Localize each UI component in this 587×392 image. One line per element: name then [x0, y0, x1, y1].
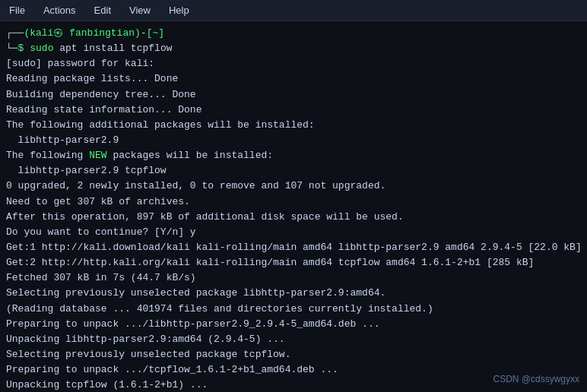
watermark: CSDN @cdssywgyxx [493, 374, 579, 384]
output-line-1: Reading package lists... Done [6, 71, 581, 87]
output-line-8: 0 upgraded, 2 newly installed, 0 to remo… [6, 179, 581, 194]
output-line-2: Building dependency tree... Done [6, 87, 581, 103]
output-line-5: libhttp-parser2.9 [6, 133, 581, 148]
output-line-19: Selecting previously unselected package … [6, 347, 581, 362]
menu-view[interactable]: View [126, 3, 154, 17]
output-line-17: Preparing to unpack .../libhttp-parser2.… [6, 317, 581, 332]
output-line-4: The following additional packages will b… [6, 118, 581, 133]
menu-file[interactable]: File [6, 3, 28, 17]
output-line-10: After this operation, 897 kB of addition… [6, 210, 581, 225]
output-line-13: Get:2 http://http.kali.org/kali kali-rol… [6, 255, 581, 270]
output-line-0: [sudo] password for kali: [6, 56, 581, 71]
menu-help[interactable]: Help [166, 3, 192, 17]
prompt-line: ┌──(kali㉿ fanbingtian)-[~] └─$ sudo apt … [6, 26, 581, 56]
menu-actions[interactable]: Actions [40, 3, 79, 17]
output-line-14: Fetched 307 kB in 7s (44.7 kB/s) [6, 270, 581, 286]
output-line-11: Do you want to continue? [Y/n] y [6, 225, 581, 240]
output-line-15: Selecting previously unselected package … [6, 286, 581, 301]
output-line-6: The following NEW packages will be insta… [6, 148, 581, 163]
terminal-window: ┌──(kali㉿ fanbingtian)-[~] └─$ sudo apt … [0, 21, 587, 392]
output-line-12: Get:1 http://kali.download/kali kali-rol… [6, 240, 581, 255]
menu-edit[interactable]: Edit [91, 3, 114, 17]
output-line-16: (Reading database ... 401974 files and d… [6, 302, 581, 317]
menubar: File Actions Edit View Help [0, 0, 587, 21]
output-line-3: Reading state information... Done [6, 103, 581, 118]
output-line-7: libhttp-parser2.9 tcpflow [6, 163, 581, 179]
output-line-9: Need to get 307 kB of archives. [6, 194, 581, 210]
output-line-18: Unpacking libhttp-parser2.9:amd64 (2.9.4… [6, 332, 581, 347]
